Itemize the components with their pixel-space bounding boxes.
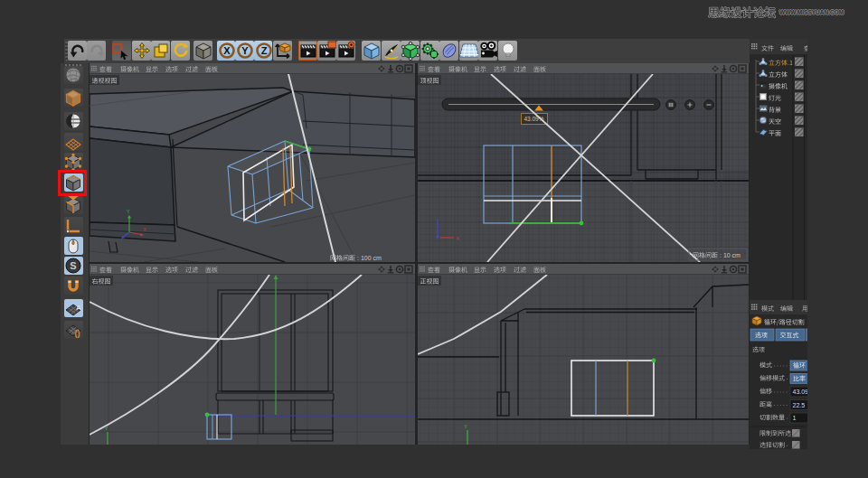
svg-text:: 10 cm: : 10 cm <box>720 252 741 258</box>
svg-text:Y: Y <box>127 209 130 214</box>
svg-text:Z: Z <box>260 45 267 56</box>
svg-text:1: 1 <box>793 415 797 421</box>
svg-text:Y: Y <box>241 45 249 56</box>
svg-text:43.09: 43.09 <box>793 389 808 395</box>
svg-text:X: X <box>143 227 146 232</box>
svg-text:X: X <box>456 236 459 241</box>
svg-text:.1: .1 <box>788 60 793 66</box>
svg-text:: 100 cm: : 100 cm <box>357 255 382 261</box>
svg-text:Y: Y <box>464 424 467 429</box>
svg-text:Y: Y <box>105 426 108 431</box>
svg-text:S: S <box>70 260 76 271</box>
svg-text:A: A <box>76 304 81 312</box>
svg-text:22.5: 22.5 <box>793 402 806 408</box>
svg-text:(): () <box>75 329 80 338</box>
svg-text:X: X <box>223 45 231 56</box>
